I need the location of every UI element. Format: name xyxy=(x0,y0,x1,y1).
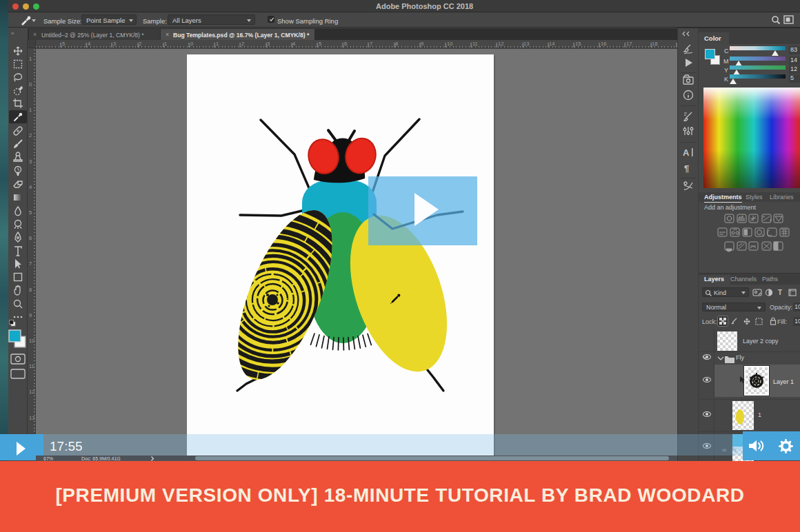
svg-text:A: A xyxy=(683,147,690,158)
svg-text:T: T xyxy=(778,289,782,296)
svg-text:¶: ¶ xyxy=(684,163,689,174)
